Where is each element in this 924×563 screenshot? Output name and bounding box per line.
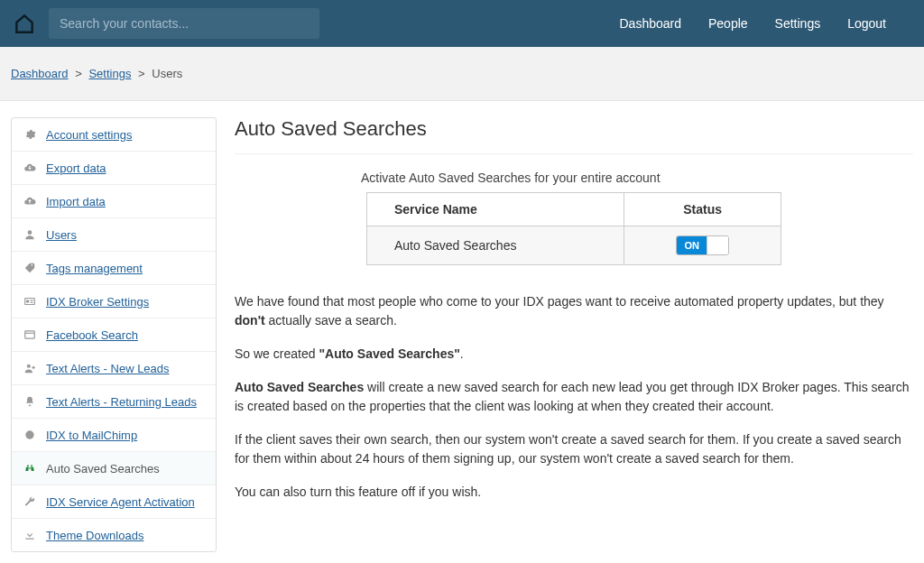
breadcrumb-sep: > — [75, 67, 82, 80]
sidebar-item-mailchimp[interactable]: IDX to MailChimp — [12, 419, 216, 452]
sidebar-item-text-alerts-new[interactable]: Text Alerts - New Leads — [12, 352, 216, 385]
svg-point-0 — [28, 230, 32, 235]
status-toggle[interactable]: ON — [676, 235, 729, 255]
sidebar-item-label: Text Alerts - Returning Leads — [46, 395, 197, 409]
top-nav: Dashboard People Settings Logout — [619, 16, 913, 31]
main-content: Auto Saved Searches Activate Auto Saved … — [235, 117, 913, 552]
toggle-handle — [707, 236, 728, 254]
logo-icon — [11, 10, 38, 37]
sidebar-item-import-data[interactable]: Import data — [12, 185, 216, 218]
sidebar-item-tags[interactable]: Tags management — [12, 252, 216, 285]
user-plus-icon — [23, 361, 37, 375]
facebook-icon — [23, 328, 37, 342]
sidebar-item-label: IDX Broker Settings — [46, 295, 149, 309]
header: Dashboard People Settings Logout — [0, 0, 924, 47]
nav-logout[interactable]: Logout — [847, 16, 886, 31]
user-icon — [23, 227, 37, 242]
nav-settings[interactable]: Settings — [775, 16, 821, 31]
sidebar-item-label: IDX to MailChimp — [46, 429, 137, 442]
svg-point-2 — [27, 300, 29, 302]
sidebar-item-label: Account settings — [46, 128, 132, 142]
paragraph-3: Auto Saved Searches will create a new sa… — [235, 378, 913, 416]
breadcrumb: Dashboard > Settings > Users — [0, 47, 924, 101]
sidebar-item-idx-broker[interactable]: IDX Broker Settings — [12, 285, 216, 318]
download-icon — [23, 528, 37, 542]
breadcrumb-current: Users — [152, 67, 182, 80]
paragraph-2: So we created "Auto Saved Searches". — [235, 345, 913, 364]
svg-point-8 — [25, 430, 33, 438]
cell-service-name: Auto Saved Searches — [367, 226, 624, 265]
tags-icon — [23, 261, 37, 275]
svg-rect-5 — [25, 331, 35, 338]
breadcrumb-sep: > — [138, 67, 145, 80]
toggle-on-label: ON — [677, 236, 707, 254]
search-input[interactable] — [49, 8, 319, 39]
nav-dashboard[interactable]: Dashboard — [619, 16, 681, 31]
sidebar-item-label: Theme Downloads — [46, 529, 143, 542]
binoculars-icon — [23, 461, 37, 475]
sidebar-item-text-alerts-returning[interactable]: Text Alerts - Returning Leads — [12, 385, 216, 419]
wrench-icon — [23, 494, 37, 509]
sidebar-item-idx-agent[interactable]: IDX Service Agent Activation — [12, 485, 216, 519]
status-table: Service Name Status Auto Saved Searches … — [366, 192, 781, 265]
sidebar-item-auto-saved-searches[interactable]: Auto Saved Searches — [12, 452, 216, 485]
paragraph-4: If the client saves their own search, th… — [235, 430, 913, 468]
sidebar-item-label: Facebook Search — [46, 328, 138, 342]
sidebar-item-label: Import data — [46, 195, 106, 208]
gear-icon — [23, 127, 37, 142]
sidebar: Account settings Export data Import data… — [11, 117, 217, 552]
body-text: We have found that most people who come … — [235, 292, 913, 502]
cloud-download-icon — [23, 161, 37, 175]
sidebar-item-account-settings[interactable]: Account settings — [12, 118, 216, 152]
paragraph-5: You can also turn this feature off if yo… — [235, 483, 913, 502]
cloud-upload-icon — [23, 194, 37, 208]
mailchimp-icon — [23, 428, 37, 442]
nav-people[interactable]: People — [708, 16, 748, 31]
id-card-icon — [23, 294, 37, 309]
sidebar-item-theme-downloads[interactable]: Theme Downloads — [12, 519, 216, 551]
breadcrumb-settings[interactable]: Settings — [88, 67, 131, 80]
sidebar-item-label: Users — [46, 228, 77, 242]
sidebar-item-label: Export data — [46, 162, 106, 175]
breadcrumb-dashboard[interactable]: Dashboard — [11, 67, 69, 80]
page-title: Auto Saved Searches — [235, 117, 913, 154]
col-status: Status — [624, 193, 781, 226]
sidebar-item-label: IDX Service Agent Activation — [46, 495, 195, 509]
cell-status: ON — [624, 226, 781, 265]
sidebar-item-users[interactable]: Users — [12, 218, 216, 252]
bell-icon — [23, 394, 37, 409]
sidebar-item-label: Tags management — [46, 262, 143, 275]
sidebar-item-facebook[interactable]: Facebook Search — [12, 318, 216, 352]
sidebar-item-label: Text Alerts - New Leads — [46, 362, 170, 375]
table-row: Auto Saved Searches ON — [367, 226, 781, 265]
svg-point-7 — [27, 365, 31, 368]
activate-label: Activate Auto Saved Searches for your en… — [361, 171, 913, 185]
sidebar-item-label: Auto Saved Searches — [46, 462, 160, 475]
col-service-name: Service Name — [367, 193, 624, 226]
sidebar-item-export-data[interactable]: Export data — [12, 152, 216, 185]
paragraph-1: We have found that most people who come … — [235, 292, 913, 330]
